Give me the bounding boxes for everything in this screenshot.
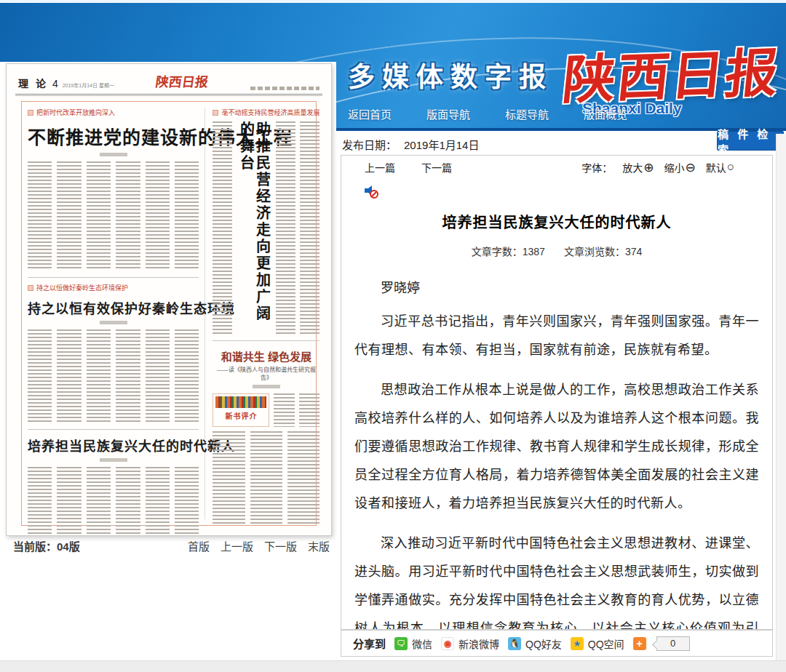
paper-content-frame: 把新时代改革开放推向深入 不断推进党的建设新的伟大工程 持之以恒做好秦岭生态环境… xyxy=(21,101,317,526)
sina-weibo-icon[interactable]: ◉ xyxy=(441,637,454,650)
article1-kicker: 把新时代改革开放推向深入 xyxy=(28,108,199,117)
article1-text-columns xyxy=(28,161,199,271)
article5-headline: 和谐共生 绿色发展 xyxy=(213,348,319,364)
kicker-bullet-icon xyxy=(28,285,33,291)
more-share-options-icon[interactable]: + xyxy=(633,637,646,650)
newspaper-panel: 理 论 4 2019年1月14日 星期一 陕西日报 把新时代改革开放推向深入 不… xyxy=(0,62,336,672)
paper-header: 理 论 4 2019年1月14日 星期一 陕西日报 xyxy=(15,71,322,90)
article-title: 培养担当民族复兴大任的时代新人 xyxy=(354,211,759,232)
circle-minus-icon: ⊖ xyxy=(685,160,695,175)
nav-home[interactable]: 返回首页 xyxy=(348,106,392,121)
article1-headline: 不断推进党的建设新的伟大工程 xyxy=(28,123,199,149)
article4-headline: 培养担当民族复兴大任的时代新人 xyxy=(28,436,199,455)
article4-byline xyxy=(100,458,127,462)
paragraph: 思想政治工作从根本上说是做人的工作，高校思想政治工作关系高校培养什么样的人、如何… xyxy=(354,376,759,518)
article3-headline: 持之以恒有效保护好秦岭生态环境 xyxy=(28,298,199,317)
publish-date: 发布日期：2019年1月14日 xyxy=(342,137,479,152)
article5-subtitle: ——读《陕西人与自然和谐共生研究报告》 xyxy=(213,365,319,381)
share-qq[interactable]: QQ好友 xyxy=(525,636,562,651)
font-default-button[interactable]: 默认○ xyxy=(706,160,734,175)
word-count: 1387 xyxy=(523,246,545,257)
share-bar: 分享到 🗨 微信 ◉ 新浪微博 🐧 QQ好友 ★ QQ空间 + 0 xyxy=(341,630,773,657)
wechat-icon[interactable]: 🗨 xyxy=(394,637,408,650)
paper-editors-line xyxy=(250,87,319,90)
nav-title-navigation[interactable]: 标题导航 xyxy=(505,106,549,121)
font-size-label: 字体： xyxy=(581,160,612,175)
nav-page-navigation[interactable]: 版面导航 xyxy=(426,106,470,121)
article-divider xyxy=(213,340,319,341)
article4-text-columns xyxy=(28,467,199,536)
article2-kicker: 毫不动摇支持民营经济高质量发展 xyxy=(213,108,319,117)
article5-badge-row: 新书评介 xyxy=(213,393,319,427)
previous-article-link[interactable]: 上一篇 xyxy=(365,160,395,175)
article-divider xyxy=(28,429,199,430)
qq-penguin-icon[interactable]: 🐧 xyxy=(508,637,521,650)
font-zoom-in-button[interactable]: 放大⊕ xyxy=(622,160,654,175)
paper-rule xyxy=(15,94,322,96)
paper-date: 2019年1月14日 星期一 xyxy=(63,81,114,89)
article-body: 习近平总书记指出，青年兴则国家兴，青年强则国家强。青年一代有理想、有本领、有担当… xyxy=(354,308,759,630)
mute-speaker-icon[interactable] xyxy=(363,183,379,199)
manuscript-search-button[interactable]: 稿 件 检 索 xyxy=(717,131,784,151)
article-divider xyxy=(28,277,199,278)
kicker-bullet-icon xyxy=(213,110,218,116)
article1-byline xyxy=(100,153,127,156)
books-icon xyxy=(215,396,266,408)
pager-first[interactable]: 首版 xyxy=(188,538,210,553)
share-count: 0 xyxy=(656,636,690,651)
paper-masthead-logo: 陕西日报 xyxy=(155,71,210,90)
article-toolbar: 上一篇 下一篇 字体： 放大⊕ 缩小⊖ 默认○ xyxy=(341,155,773,180)
article-author: 罗晓婷 xyxy=(354,277,759,296)
article5-text-columns xyxy=(213,431,319,524)
digital-newspaper-page: 多媒体数字报 陕西日报 Shaanxi Daily 返回首页 版面导航 标题导航… xyxy=(0,0,786,672)
pager-prev[interactable]: 上一版 xyxy=(221,538,253,553)
article-content: 培养担当民族复兴大任的时代新人 文章字数：1387 文章浏览数：374 罗晓婷 … xyxy=(341,179,773,630)
share-label: 分享到 xyxy=(353,636,386,651)
main-nav: 返回首页 版面导航 标题导航 版面概览 xyxy=(348,106,627,121)
share-wechat[interactable]: 微信 xyxy=(412,636,432,651)
site-title: 多媒体数字报 xyxy=(348,55,553,95)
share-qzone[interactable]: QQ空间 xyxy=(588,636,624,651)
article3-byline xyxy=(100,321,127,324)
article-stats: 文章字数：1387 文章浏览数：374 xyxy=(354,244,759,258)
next-article-link[interactable]: 下一篇 xyxy=(421,160,452,175)
paper-section-label: 理 论 xyxy=(18,76,48,90)
paper-page-number: 4 xyxy=(52,78,58,89)
article2-block: 助推民营经济走向更加广阔的舞台 xyxy=(213,121,319,334)
view-count: 374 xyxy=(625,246,642,257)
share-weibo[interactable]: 新浪微博 xyxy=(458,636,499,651)
pager-next[interactable]: 下一版 xyxy=(264,538,297,553)
paragraph: 习近平总书记指出，青年兴则国家兴，青年强则国家强。青年一代有理想、有本领、有担当… xyxy=(354,308,759,364)
qzone-star-icon[interactable]: ★ xyxy=(571,637,584,650)
kicker-bullet-icon xyxy=(28,110,33,116)
footer-strip xyxy=(0,660,786,672)
nav-page-overview[interactable]: 版面概览 xyxy=(584,106,627,121)
new-book-review-badge: 新书评介 xyxy=(213,393,269,427)
article3-kicker: 持之以恒做好秦岭生态环境保护 xyxy=(28,283,199,292)
font-zoom-out-button[interactable]: 缩小⊖ xyxy=(664,160,695,175)
paragraph: 深入推动习近平新时代中国特色社会主义思想进教材、进课堂、进头脑。用习近平新时代中… xyxy=(354,529,759,630)
scrollbar[interactable] xyxy=(776,134,786,660)
article2-vertical-headline: 助推民营经济走向更加广阔的舞台 xyxy=(238,121,270,334)
article3-text-columns xyxy=(28,329,199,423)
circle-icon: ○ xyxy=(727,160,734,175)
current-page-label: 当前版：04版 xyxy=(13,538,80,553)
article5-byline xyxy=(253,385,280,388)
circle-plus-icon: ⊕ xyxy=(643,160,654,175)
newspaper-page-image[interactable]: 理 论 4 2019年1月14日 星期一 陕西日报 把新时代改革开放推向深入 不… xyxy=(6,63,332,536)
pager-last[interactable]: 末版 xyxy=(308,538,330,553)
